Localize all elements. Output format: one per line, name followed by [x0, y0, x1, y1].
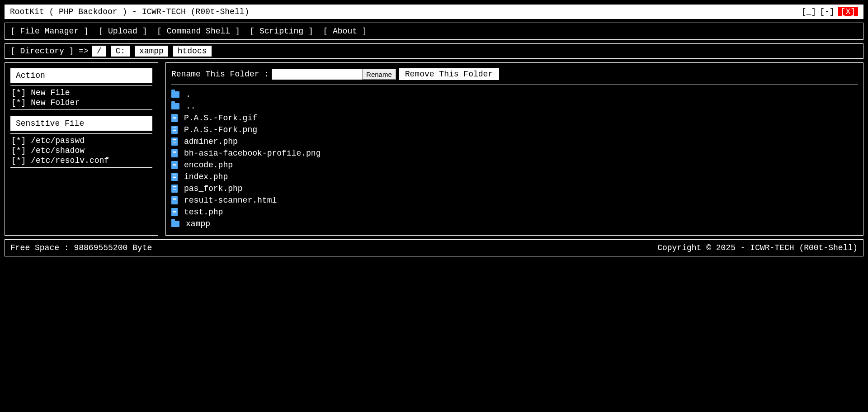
entry-name: adminer.php	[184, 137, 238, 146]
maximize-button[interactable]: [-]	[820, 7, 834, 16]
sidebar: Action [*] New File[*] New Folder Sensit…	[5, 62, 158, 236]
sidebar-header-action: Action	[10, 68, 152, 83]
entry-name: P.A.S.-Fork.gif	[184, 114, 257, 123]
folder-row[interactable]: ..	[171, 100, 858, 112]
file-icon	[171, 185, 178, 193]
breadcrumb-segment[interactable]: /	[92, 46, 106, 57]
menu-about[interactable]: [ About ]	[323, 27, 367, 36]
folder-row[interactable]: .	[171, 89, 858, 100]
main-panel: Rename This Folder : Rename Remove This …	[165, 62, 863, 236]
file-row[interactable]: test.php	[171, 206, 858, 218]
sensitive-item[interactable]: [*] /etc/resolv.conf	[11, 156, 151, 166]
menu-file-manager[interactable]: [ File Manager ]	[10, 27, 89, 36]
breadcrumb-segment[interactable]: xampp	[135, 46, 168, 57]
action-item[interactable]: [*] New Folder	[11, 98, 151, 108]
menu-upload[interactable]: [ Upload ]	[98, 27, 147, 36]
folder-icon	[171, 103, 179, 109]
entry-name: xampp	[186, 219, 210, 228]
file-icon	[171, 173, 178, 181]
rename-input[interactable]	[272, 69, 362, 80]
file-icon	[171, 161, 178, 169]
window-controls: [_] [-] [X]	[802, 7, 858, 16]
file-icon	[171, 126, 178, 134]
app-title: RootKit ( PHP Backdoor ) - ICWR-TECH (R0…	[10, 7, 249, 16]
entry-name: test.php	[184, 208, 223, 217]
breadcrumb-segment[interactable]: C:	[111, 46, 130, 57]
folder-row[interactable]: xampp	[171, 218, 858, 230]
file-icon	[171, 137, 178, 146]
separator	[171, 85, 858, 85]
entry-name: bh-asia-facebook-profile.png	[184, 149, 321, 158]
rename-label: Rename This Folder :	[171, 70, 269, 79]
rename-row: Rename This Folder : Rename Remove This …	[171, 68, 858, 80]
folder-icon	[171, 91, 179, 98]
entry-name: P.A.S.-Fork.png	[184, 125, 257, 134]
directory-label: [ Directory ] =>	[10, 47, 89, 56]
file-icon	[171, 208, 178, 216]
path-bar: [ Directory ] => / C: xampp htdocs	[5, 43, 863, 59]
entry-name: pas_fork.php	[184, 184, 243, 193]
remove-folder-button[interactable]: Remove This Folder	[399, 68, 499, 80]
file-icon	[171, 196, 178, 204]
file-row[interactable]: P.A.S.-Fork.gif	[171, 112, 858, 124]
menu-scripting[interactable]: [ Scripting ]	[250, 27, 313, 36]
menu-bar: [ File Manager ] [ Upload ] [ Command Sh…	[5, 23, 863, 40]
file-row[interactable]: adminer.php	[171, 136, 858, 147]
rename-button[interactable]: Rename	[362, 69, 396, 80]
title-bar: RootKit ( PHP Backdoor ) - ICWR-TECH (R0…	[5, 5, 863, 19]
entry-name: index.php	[184, 172, 228, 181]
breadcrumb: / C: xampp htdocs	[92, 47, 212, 56]
entry-name: encode.php	[184, 161, 233, 170]
file-row[interactable]: bh-asia-facebook-profile.png	[171, 147, 858, 159]
file-icon	[171, 114, 178, 122]
sensitive-list: [*] /etc/passwd[*] /etc/shadow[*] /etc/r…	[10, 133, 152, 168]
file-list: ...P.A.S.-Fork.gifP.A.S.-Fork.pngadminer…	[171, 89, 858, 230]
folder-icon	[171, 221, 179, 227]
free-space: Free Space : 98869555200 Byte	[10, 243, 152, 252]
file-row[interactable]: result-scanner.html	[171, 194, 858, 206]
sensitive-item[interactable]: [*] /etc/passwd	[11, 136, 151, 146]
sensitive-item[interactable]: [*] /etc/shadow	[11, 146, 151, 156]
breadcrumb-segment[interactable]: htdocs	[173, 46, 212, 57]
action-list: [*] New File[*] New Folder	[10, 85, 152, 110]
entry-name: result-scanner.html	[184, 196, 277, 205]
file-row[interactable]: P.A.S.-Fork.png	[171, 124, 858, 136]
action-item[interactable]: [*] New File	[11, 88, 151, 98]
minimize-button[interactable]: [_]	[802, 7, 816, 16]
file-row[interactable]: encode.php	[171, 159, 858, 171]
menu-command-shell[interactable]: [ Command Shell ]	[157, 27, 240, 36]
copyright: Copyright © 2025 - ICWR-TECH (R00t-Shell…	[657, 243, 858, 252]
entry-name: ..	[186, 102, 196, 111]
file-icon	[171, 149, 178, 157]
footer: Free Space : 98869555200 Byte Copyright …	[5, 239, 863, 256]
file-row[interactable]: pas_fork.php	[171, 183, 858, 194]
entry-name: .	[186, 90, 191, 99]
sidebar-header-sensitive: Sensitive File	[10, 116, 152, 131]
close-button[interactable]: [X]	[838, 7, 858, 16]
file-row[interactable]: index.php	[171, 171, 858, 183]
